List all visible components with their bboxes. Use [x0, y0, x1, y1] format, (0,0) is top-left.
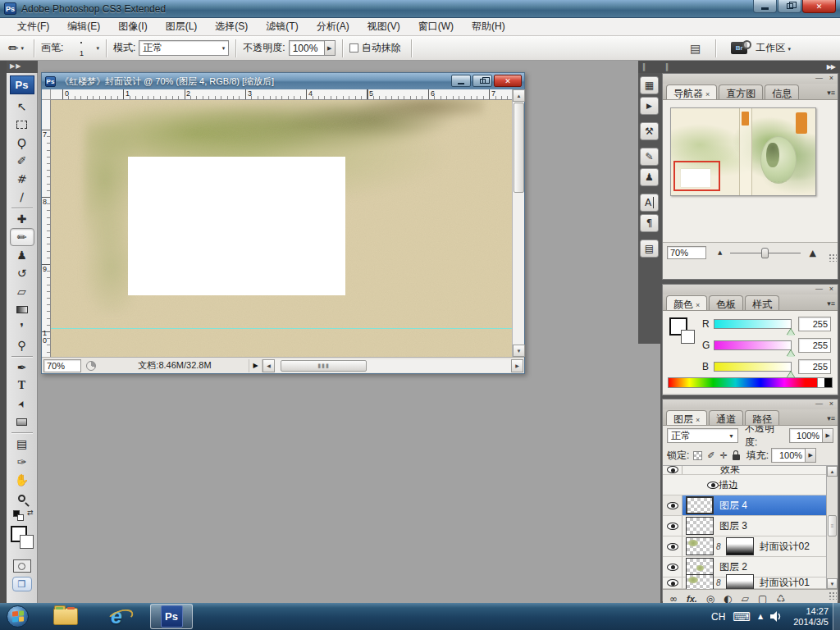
panel-close-icon[interactable]: ×	[829, 400, 833, 408]
red-value-input[interactable]: 255	[798, 317, 831, 331]
visibility-cell[interactable]	[663, 516, 682, 536]
green-value-input[interactable]: 255	[798, 338, 831, 353]
menu-help[interactable]: 帮助(H)	[463, 18, 514, 35]
zoom-tool[interactable]	[10, 489, 34, 507]
mask-link-icon[interactable]: 8	[716, 578, 721, 587]
swap-colors-icon[interactable]: ⇄	[27, 509, 34, 517]
horizontal-ruler[interactable]: 0 1 2 3 4 5 6 7	[51, 89, 512, 100]
move-tool[interactable]: ↖	[10, 98, 34, 116]
auto-erase-checkbox[interactable]	[349, 43, 358, 52]
layer-comps-panel-icon[interactable]: ▤	[640, 240, 659, 258]
slider-thumb[interactable]	[787, 350, 795, 357]
panel-minimize-icon[interactable]: —	[815, 75, 823, 82]
tab-histogram[interactable]: 直方图	[719, 84, 763, 99]
screen-mode-button[interactable]: ❒	[12, 577, 32, 591]
document-titlebar[interactable]: Ps 《红楼梦》封面设计 @ 70% (图层 4, RGB/8) [缩放后] ✕	[42, 73, 524, 89]
layer-mask-thumbnail[interactable]	[726, 574, 754, 590]
menu-view[interactable]: 视图(V)	[358, 18, 409, 35]
scroll-thumb[interactable]: ≡	[828, 515, 837, 536]
eyedropper-tool[interactable]: ✑	[10, 453, 34, 471]
speaker-icon[interactable]	[770, 611, 783, 622]
layer-fill-input[interactable]: 100%	[771, 448, 806, 463]
quick-mask-button[interactable]	[13, 559, 31, 573]
background-color-swatch[interactable]	[681, 330, 695, 344]
clone-source-panel-icon[interactable]: ♟	[640, 168, 659, 186]
canvas[interactable]	[51, 100, 512, 357]
tab-navigator[interactable]: 导航器×	[666, 84, 717, 99]
pencil-tool[interactable]: ✏	[10, 228, 34, 246]
layer-thumbnail[interactable]	[686, 517, 714, 535]
layer-thumbnail[interactable]	[686, 537, 714, 555]
zoom-out-icon[interactable]: ▲	[718, 249, 722, 256]
slider-thumb[interactable]	[761, 248, 769, 258]
tool-presets-panel-icon[interactable]: ⚒	[640, 122, 659, 140]
lock-all-icon[interactable]	[733, 454, 740, 460]
blur-tool[interactable]: ❜	[10, 318, 34, 336]
type-tool[interactable]: T	[10, 377, 34, 395]
color-spectrum-ramp[interactable]	[668, 377, 833, 388]
close-button[interactable]: ✕	[802, 0, 836, 13]
horizontal-scroll-thumb[interactable]: ▮▮▮	[281, 360, 367, 372]
horizontal-scrollbar[interactable]: ◀ ▮▮▮ ▶	[262, 359, 523, 372]
panel-close-icon[interactable]: ×	[829, 75, 833, 82]
lasso-tool[interactable]: Ϙ	[10, 134, 34, 152]
panel-minimize-icon[interactable]: —	[815, 400, 823, 408]
crop-tool[interactable]: #	[10, 170, 34, 188]
navigator-thumbnail[interactable]: · · · · ·	[670, 107, 816, 196]
green-slider[interactable]	[714, 340, 792, 350]
visibility-cell[interactable]	[663, 578, 682, 588]
explorer-taskbar-button[interactable]	[52, 605, 80, 629]
layer-row-layer3[interactable]: 图层 3	[663, 516, 838, 536]
minimize-button[interactable]	[753, 0, 777, 13]
mask-link-icon[interactable]: 8	[716, 542, 721, 551]
scroll-left-button[interactable]: ◀	[262, 359, 275, 372]
fill-slider-button[interactable]: ▶	[806, 448, 816, 463]
hand-tool[interactable]: ✋	[10, 471, 34, 489]
hidden-icons-button[interactable]: ▲	[758, 613, 763, 620]
tab-close-icon[interactable]: ×	[696, 301, 700, 309]
menu-file[interactable]: 文件(F)	[8, 18, 58, 35]
menu-select[interactable]: 选择(S)	[206, 18, 257, 35]
layer-row-layer4[interactable]: 图层 4	[663, 495, 838, 516]
shape-tool[interactable]	[10, 413, 34, 431]
vertical-scroll-thumb[interactable]	[514, 103, 524, 193]
opacity-input[interactable]: 100%	[289, 40, 325, 56]
menu-window[interactable]: 窗口(W)	[409, 18, 463, 35]
tab-swatches[interactable]: 色板	[709, 295, 743, 310]
palette-well-icon[interactable]: ▤	[690, 42, 701, 55]
lock-position-icon[interactable]: ✛	[720, 450, 728, 461]
path-selection-tool[interactable]: ➤	[10, 395, 34, 413]
zoom-level-input[interactable]: 70%	[43, 359, 81, 372]
quick-selection-tool[interactable]: ✐	[10, 152, 34, 170]
vertical-scrollbar[interactable]: ▲ ▼	[512, 89, 524, 357]
tab-styles[interactable]: 样式	[745, 295, 779, 310]
lock-image-icon[interactable]: ✐	[707, 450, 714, 461]
spectrum-gradient[interactable]	[669, 378, 817, 387]
layer-thumbnail[interactable]	[686, 496, 714, 514]
blend-mode-select[interactable]: 正常 ▾	[139, 40, 229, 56]
history-panel-icon[interactable]: ▦	[640, 76, 659, 94]
collapse-dock-icon[interactable]: ▶▶	[827, 63, 835, 71]
clock[interactable]: 14:27 2014/3/5	[793, 606, 829, 628]
layer-list-scrollbar[interactable]: ▲ ≡ ▼	[826, 466, 838, 589]
rectangular-marquee-tool[interactable]	[10, 116, 34, 134]
resize-grip[interactable]	[829, 591, 837, 600]
start-button[interactable]	[7, 605, 29, 628]
panel-menu-icon[interactable]: ▾≡	[827, 414, 835, 422]
tab-close-icon[interactable]: ×	[696, 416, 700, 424]
slice-tool[interactable]: ∕	[10, 188, 34, 206]
panel-menu-icon[interactable]: ▾≡	[827, 299, 835, 308]
doc-restore-button[interactable]	[472, 75, 492, 87]
black-swatch[interactable]	[824, 378, 832, 387]
visibility-cell[interactable]	[663, 557, 682, 577]
bridge-icon[interactable]: Br	[731, 42, 747, 54]
panel-menu-icon[interactable]: ▾≡	[827, 89, 835, 97]
red-slider[interactable]	[714, 319, 792, 329]
default-colors-control[interactable]: ⇄	[10, 509, 34, 522]
blue-slider[interactable]	[714, 362, 792, 372]
menu-layer[interactable]: 图层(L)	[157, 18, 207, 35]
doc-close-button[interactable]: ✕	[494, 75, 522, 87]
visibility-cell[interactable]	[663, 465, 682, 474]
status-menu-button[interactable]: ▶	[249, 359, 262, 372]
spot-healing-brush-tool[interactable]: ✚	[10, 210, 34, 228]
